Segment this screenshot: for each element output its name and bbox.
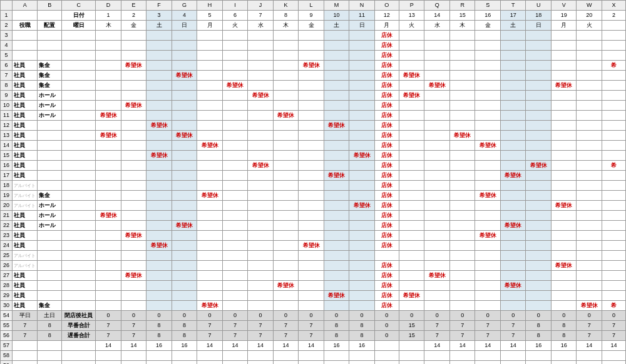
- schedule-cell[interactable]: [324, 91, 349, 101]
- footer-value[interactable]: 8: [146, 321, 172, 331]
- schedule-cell[interactable]: 希望休: [299, 61, 324, 71]
- col-header[interactable]: S: [475, 1, 501, 11]
- footer-value[interactable]: 7: [500, 331, 526, 341]
- dow[interactable]: 火: [399, 21, 424, 31]
- schedule-cell[interactable]: [299, 131, 324, 141]
- footer-value[interactable]: 7: [475, 321, 501, 331]
- schedule-cell[interactable]: [197, 261, 223, 271]
- schedule-cell[interactable]: [577, 231, 602, 241]
- schedule-cell[interactable]: [602, 191, 625, 201]
- cell[interactable]: [577, 351, 602, 361]
- footer-value[interactable]: 0: [172, 311, 197, 321]
- role-cell[interactable]: 社員: [13, 221, 38, 231]
- schedule-cell[interactable]: [197, 181, 223, 191]
- schedule-cell[interactable]: [324, 251, 349, 261]
- schedule-cell[interactable]: [577, 221, 602, 231]
- schedule-cell[interactable]: [500, 161, 526, 171]
- schedule-cell[interactable]: [449, 251, 475, 261]
- schedule-cell[interactable]: [299, 41, 324, 51]
- schedule-cell[interactable]: [146, 181, 172, 191]
- schedule-cell[interactable]: [197, 211, 223, 221]
- schedule-cell[interactable]: [248, 151, 274, 161]
- schedule-cell[interactable]: [449, 181, 475, 191]
- footer-value[interactable]: 14: [500, 341, 526, 351]
- position-cell[interactable]: [38, 181, 62, 191]
- schedule-cell[interactable]: [424, 151, 450, 161]
- schedule-cell[interactable]: 希望休: [299, 241, 324, 251]
- row-header[interactable]: 22: [1, 221, 13, 231]
- schedule-cell[interactable]: [475, 161, 501, 171]
- schedule-cell[interactable]: [551, 31, 577, 41]
- schedule-cell[interactable]: [248, 191, 274, 201]
- schedule-cell[interactable]: [96, 231, 121, 241]
- footer-value[interactable]: 7: [197, 331, 223, 341]
- footer-value[interactable]: 0: [449, 311, 475, 321]
- cell[interactable]: [500, 361, 526, 365]
- schedule-cell[interactable]: [273, 211, 299, 221]
- schedule-cell[interactable]: [299, 91, 324, 101]
- schedule-cell[interactable]: 希望休: [399, 71, 424, 81]
- schedule-cell[interactable]: 希望休: [577, 301, 602, 311]
- role-cell[interactable]: 社員: [13, 291, 38, 301]
- schedule-cell[interactable]: [475, 71, 501, 81]
- role-cell[interactable]: [13, 31, 38, 41]
- role-cell[interactable]: 社員: [13, 271, 38, 281]
- schedule-cell[interactable]: [374, 251, 399, 261]
- schedule-cell[interactable]: [96, 41, 121, 51]
- schedule-cell[interactable]: [121, 201, 146, 211]
- schedule-cell[interactable]: [526, 241, 552, 251]
- footer-value[interactable]: 16: [146, 341, 172, 351]
- schedule-cell[interactable]: [577, 41, 602, 51]
- schedule-cell[interactable]: [399, 81, 424, 91]
- schedule-cell[interactable]: [273, 181, 299, 191]
- schedule-cell[interactable]: [424, 251, 450, 261]
- schedule-cell[interactable]: [475, 201, 501, 211]
- schedule-cell[interactable]: [399, 141, 424, 151]
- dow[interactable]: 木: [96, 21, 121, 31]
- row-header[interactable]: 7: [1, 71, 13, 81]
- schedule-cell[interactable]: [146, 191, 172, 201]
- role-cell[interactable]: 社員: [13, 121, 38, 131]
- schedule-cell[interactable]: [551, 281, 577, 291]
- footer-value[interactable]: 0: [577, 311, 602, 321]
- position-cell[interactable]: [38, 271, 62, 281]
- footer-value[interactable]: 14: [602, 341, 625, 351]
- schedule-cell[interactable]: 店休: [374, 91, 399, 101]
- schedule-cell[interactable]: [349, 271, 375, 281]
- dow[interactable]: 木: [273, 21, 299, 31]
- role-cell[interactable]: [13, 41, 38, 51]
- dow[interactable]: 土: [146, 21, 172, 31]
- cell[interactable]: [96, 351, 121, 361]
- schedule-cell[interactable]: [349, 221, 375, 231]
- cell[interactable]: [62, 121, 96, 131]
- cell[interactable]: [146, 351, 172, 361]
- schedule-cell[interactable]: [602, 111, 625, 121]
- schedule-cell[interactable]: [424, 61, 450, 71]
- schedule-cell[interactable]: [577, 291, 602, 301]
- schedule-cell[interactable]: [551, 131, 577, 141]
- col-header[interactable]: B: [38, 1, 62, 11]
- footer-value[interactable]: 7: [96, 331, 121, 341]
- schedule-cell[interactable]: [273, 131, 299, 141]
- schedule-cell[interactable]: [222, 261, 248, 271]
- schedule-cell[interactable]: [248, 111, 274, 121]
- schedule-cell[interactable]: [349, 61, 375, 71]
- schedule-cell[interactable]: [96, 101, 121, 111]
- schedule-cell[interactable]: [299, 231, 324, 241]
- cell[interactable]: [121, 351, 146, 361]
- schedule-cell[interactable]: [324, 281, 349, 291]
- schedule-cell[interactable]: [399, 241, 424, 251]
- cell[interactable]: [62, 161, 96, 171]
- schedule-cell[interactable]: [551, 301, 577, 311]
- cell[interactable]: [62, 151, 96, 161]
- schedule-cell[interactable]: [602, 121, 625, 131]
- schedule-cell[interactable]: [96, 31, 121, 41]
- footer-value[interactable]: 0: [374, 321, 399, 331]
- schedule-cell[interactable]: [248, 251, 274, 261]
- schedule-cell[interactable]: 店休: [374, 141, 399, 151]
- cell[interactable]: [299, 351, 324, 361]
- row-header[interactable]: 28: [1, 281, 13, 291]
- schedule-cell[interactable]: [273, 61, 299, 71]
- schedule-cell[interactable]: [500, 91, 526, 101]
- schedule-cell[interactable]: [424, 91, 450, 101]
